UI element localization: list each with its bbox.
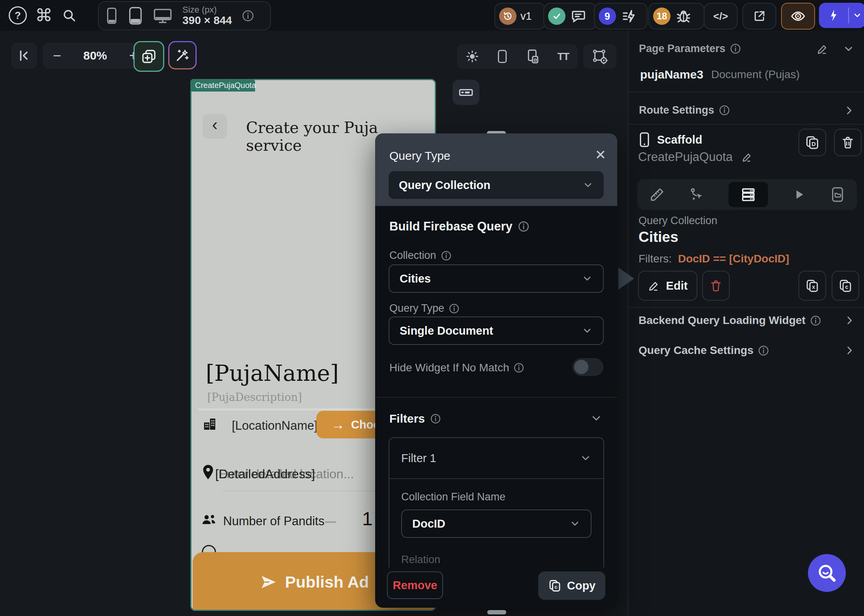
- help-button[interactable]: ?: [9, 6, 27, 24]
- delete-scaffold-button[interactable]: [834, 129, 862, 156]
- page-parameters-label: Page Parameters: [639, 43, 725, 55]
- info-icon[interactable]: [242, 10, 254, 22]
- duplicate-scaffold-button[interactable]: D: [798, 129, 826, 156]
- magic-wand-icon: [175, 48, 190, 63]
- info-icon[interactable]: [430, 414, 441, 424]
- bugs-group[interactable]: 18: [648, 3, 704, 30]
- copy-button[interactable]: c Copy: [538, 571, 605, 600]
- query-cache-row[interactable]: Query Cache Settings: [639, 344, 855, 357]
- rename-icon[interactable]: [742, 152, 753, 163]
- database-icon: [740, 187, 756, 202]
- search-fab[interactable]: [808, 554, 846, 592]
- tab-actions-icon[interactable]: [689, 187, 704, 202]
- app-root: ? ⌘ Size (px) 390 × 844 v1: [0, 0, 864, 616]
- scaffold-tag[interactable]: CreatePujaQuota: [190, 79, 255, 92]
- phone-device-icon[interactable]: [106, 7, 118, 24]
- field-name-select[interactable]: DocID: [401, 509, 592, 538]
- desktop-device-icon[interactable]: [153, 7, 172, 24]
- run-options-button[interactable]: [849, 11, 864, 20]
- build-query-title: Build Firebase Query: [389, 219, 529, 234]
- open-external-button[interactable]: [742, 3, 776, 30]
- field-name-label: Collection Field Name: [401, 491, 592, 503]
- hide-widget-label-text: Hide Widget If No Match: [389, 361, 509, 374]
- filter1-label: Filter 1: [401, 452, 436, 465]
- frame-gear-icon: [592, 49, 608, 64]
- parameter-name: pujaName3: [640, 68, 703, 81]
- svg-text:c: c: [554, 584, 558, 590]
- copy-query-button[interactable]: c: [832, 271, 859, 301]
- code-view-button[interactable]: </>: [704, 3, 738, 30]
- parameter-type: Document (Pujas): [711, 68, 800, 81]
- building-icon: [202, 416, 218, 432]
- issues-group[interactable]: 9: [594, 3, 648, 30]
- duplicate-icon: D: [805, 135, 820, 150]
- info-icon[interactable]: [518, 221, 529, 232]
- info-icon[interactable]: [514, 363, 524, 373]
- info-icon[interactable]: [810, 315, 821, 326]
- check-icon: [548, 7, 565, 25]
- filter1-header[interactable]: Filter 1: [389, 438, 603, 479]
- puja-description-text[interactable]: [PujaDescription]: [207, 391, 302, 403]
- route-settings-row[interactable]: Route Settings: [639, 104, 855, 116]
- build-query-title-text: Build Firebase Query: [389, 219, 513, 234]
- bottom-drag-handle[interactable]: [487, 610, 506, 614]
- checks-group[interactable]: [543, 3, 597, 30]
- tablet-device-icon[interactable]: [128, 6, 143, 25]
- cut-query-button[interactable]: x: [798, 271, 826, 301]
- query-cache-label: Query Cache Settings: [639, 344, 753, 357]
- preview-eye-button[interactable]: [781, 3, 815, 30]
- edit-query-button[interactable]: Edit: [638, 271, 697, 301]
- zoom-level: 80%: [83, 49, 107, 62]
- command-button[interactable]: ⌘: [35, 3, 53, 27]
- single-document-select[interactable]: Single Document: [389, 316, 604, 345]
- address-value-text[interactable]: [DetailedAddress]: [215, 467, 315, 481]
- info-icon[interactable]: [730, 43, 741, 54]
- zoom-out-button[interactable]: −: [53, 47, 61, 64]
- text-scale-icon[interactable]: TT: [557, 51, 569, 63]
- canvas-settings-button[interactable]: [583, 44, 616, 69]
- hide-widget-toggle[interactable]: [573, 358, 603, 376]
- filters-collapse-button[interactable]: [590, 412, 603, 425]
- keyboard-toggle-button[interactable]: [453, 80, 479, 105]
- tab-preview-icon[interactable]: [793, 188, 806, 201]
- theme-sun-icon[interactable]: [466, 50, 479, 63]
- info-icon[interactable]: [449, 303, 459, 314]
- delete-query-button[interactable]: [702, 271, 730, 301]
- chevron-down-icon: [569, 518, 580, 529]
- edit-parameters-icon[interactable]: [817, 43, 828, 55]
- issues-count-badge: 9: [599, 7, 616, 25]
- remove-button[interactable]: Remove: [387, 571, 443, 599]
- ai-generate-button[interactable]: [168, 41, 197, 69]
- backend-loading-row[interactable]: Backend Query Loading Widget: [639, 314, 855, 327]
- collection-label-text: Collection: [389, 249, 436, 262]
- query-modal: Query Type ✕ Query Collection Build Fire…: [375, 133, 617, 608]
- multi-device-icon[interactable]: [526, 49, 540, 64]
- version-group[interactable]: v1: [494, 3, 546, 30]
- search-icon: [62, 8, 76, 22]
- collapse-panel-button[interactable]: [11, 43, 37, 69]
- info-icon[interactable]: [758, 345, 769, 356]
- decrement-button[interactable]: [325, 521, 336, 523]
- tab-page-files-icon[interactable]: [830, 187, 845, 202]
- search-button[interactable]: [60, 6, 78, 24]
- back-button[interactable]: ‹: [203, 114, 227, 139]
- location-name-text[interactable]: [LocationName]: [232, 419, 317, 433]
- tab-design-icon[interactable]: [650, 187, 665, 202]
- instant-run-button[interactable]: [819, 9, 848, 22]
- add-widget-button[interactable]: [133, 41, 164, 72]
- parameter-row[interactable]: pujaName3 Document (Pujas): [640, 68, 800, 81]
- back-chevron-icon: ‹: [212, 125, 218, 128]
- puja-name-text[interactable]: [PujaName]: [206, 360, 339, 386]
- collection-select[interactable]: Cities: [389, 264, 604, 293]
- tab-backend-query-active[interactable]: [729, 182, 768, 207]
- info-icon[interactable]: [719, 105, 730, 116]
- info-icon[interactable]: [441, 251, 451, 261]
- chevron-down-icon[interactable]: [843, 43, 855, 55]
- size-value: 390 × 844: [182, 15, 232, 27]
- size-readout: Size (px) 390 × 844: [182, 5, 232, 27]
- single-device-icon[interactable]: [496, 49, 509, 64]
- scaffold-header: Scaffold: [639, 132, 702, 148]
- scaffold-name-row[interactable]: CreatePujaQuota: [638, 150, 753, 164]
- query-type-select[interactable]: Query Collection: [389, 171, 604, 199]
- close-button[interactable]: ✕: [595, 147, 607, 163]
